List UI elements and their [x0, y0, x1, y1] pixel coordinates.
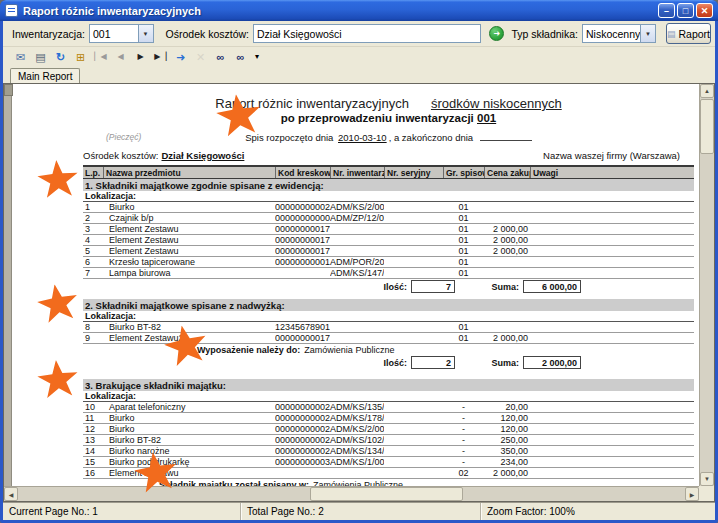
cell-lp: 14: [83, 446, 103, 456]
application-window: Raport różnic inwentaryzacyjnych – □ ✕ I…: [0, 0, 718, 523]
table-row: 2Czajnik b/p0000000000062ADM/ZP/12/0001: [83, 213, 694, 224]
raport-button-label: Raport: [678, 28, 710, 40]
cell-name: Biurko: [103, 413, 275, 423]
blank-date-line: [480, 132, 532, 141]
suma-label: Suma:: [485, 358, 523, 368]
table-row: 10Aparat telefoniczny0000000000291ADM/KS…: [83, 402, 694, 413]
close-button[interactable]: ✕: [696, 3, 713, 18]
group-tree-icon[interactable]: ⊞: [73, 49, 88, 65]
cell-name: Aparat telefoniczny: [103, 402, 275, 412]
cell-price: 250,00: [484, 435, 530, 445]
goto-page-icon[interactable]: ➜: [173, 49, 188, 65]
tab-main-report[interactable]: Main Report: [10, 68, 80, 83]
cell-lp: 3: [83, 224, 103, 234]
cell-lp: 13: [83, 435, 103, 445]
osrodek-field[interactable]: Dział Księgowości: [253, 24, 481, 43]
find-icon[interactable]: ∞: [213, 49, 228, 65]
vertical-scrollbar-thumb[interactable]: [700, 99, 714, 154]
ilosc-label: Ilość:: [367, 282, 411, 292]
cell-inventory-no: ADM/ZP/12/00: [330, 213, 384, 223]
table-header-row: L.p. Nazwa przedmiotu Kod kreskowy Nr. i…: [83, 165, 694, 179]
horizontal-scrollbar-thumb[interactable]: [310, 487, 463, 501]
section-summary: Ilość: 7 Suma: 6 000,00: [83, 280, 694, 293]
report-title-main: Raport różnic inwentaryzacyjnych: [215, 96, 409, 111]
date-value: 2010-03-10: [338, 132, 387, 143]
last-page-icon[interactable]: ▶▕: [153, 49, 168, 65]
col-lp: L.p.: [83, 167, 103, 178]
table-row: 9Element Zestawu2_0000000001755012 000,0…: [83, 333, 694, 344]
cell-lp: 6: [83, 257, 103, 267]
cell-lp: 9: [83, 333, 103, 343]
title-bar[interactable]: Raport różnic inwentaryzacyjnych – □ ✕: [0, 0, 718, 21]
col-nr-seryjny: Nr. seryjny: [384, 167, 443, 178]
cell-name: Element Zestawu: [103, 468, 275, 478]
cell-price: 120,00: [484, 413, 530, 423]
cell-barcode: 0000000000277: [275, 413, 330, 423]
refresh-icon[interactable]: ↻: [53, 49, 68, 65]
vertical-scrollbar[interactable]: ▲ ▼: [699, 84, 714, 486]
inwentaryzacja-combobox[interactable]: 001 ▼: [89, 24, 154, 43]
group-tree-splitter[interactable]: [4, 84, 12, 486]
report-toolbar: ✉ ▤ ↻ ⊞ ▏◀ ◀ ▶ ▶▕ ➜ ✕ ∞ ∞ ▾: [3, 47, 715, 67]
cell-name: Krzesło tapicerowane: [103, 257, 275, 267]
section-summary: Ilość: 2 Suma: 2 000,00: [83, 356, 694, 369]
zoom-icon[interactable]: ∞: [233, 49, 248, 65]
ilosc-value-box: 7: [411, 280, 455, 293]
note-value: Zamówienia Publiczne: [304, 345, 394, 355]
cell-inventory-no: ADM/KS/178/99: [330, 413, 384, 423]
first-page-icon[interactable]: ▏◀: [93, 49, 108, 65]
ilosc-label: Ilość:: [367, 358, 411, 368]
cell-lp: 8: [83, 322, 103, 332]
maximize-button[interactable]: □: [677, 3, 694, 18]
cell-inventory-no: ADM/KS/135/97: [330, 402, 384, 412]
cell-inventory-no: ADM/KS/1/00: [330, 457, 384, 467]
cell-group: 01: [443, 333, 484, 343]
cell-lp: 1: [83, 202, 103, 212]
scroll-down-icon[interactable]: ▼: [700, 472, 714, 486]
table-row: 1Biurko0000000000253ADM/KS/2/0001: [83, 202, 694, 213]
cell-barcode: 0000000001755: [275, 333, 330, 343]
typ-skladnika-combobox[interactable]: Niskocenny ▼: [582, 24, 656, 43]
cell-barcode: 0000000000062: [275, 213, 330, 223]
report-content: Raport różnic inwentaryzacyjnychśrodków …: [83, 84, 694, 486]
location-label: Lokalizacja:: [83, 191, 694, 202]
cell-name: Biurko pod drukarkę: [103, 457, 275, 467]
cell-name: Element Zestawu: [103, 246, 275, 256]
go-arrow-icon[interactable]: ➜: [489, 26, 504, 41]
scroll-right-icon[interactable]: ▶: [685, 487, 699, 501]
table-row: 3Element Zestawu0000000001786012 000,00: [83, 224, 694, 235]
horizontal-scrollbar[interactable]: ◀ ▶: [4, 486, 699, 501]
next-page-icon[interactable]: ▶: [133, 49, 148, 65]
prev-page-icon[interactable]: ◀: [113, 49, 128, 65]
cell-group: -: [443, 402, 484, 412]
status-total-page: Total Page No.: 2: [241, 503, 481, 520]
cell-barcode: 0000000000178: [275, 257, 330, 267]
viewport-corner-square: [4, 84, 13, 96]
cell-group: 01: [443, 202, 484, 212]
print-icon[interactable]: ▤: [33, 49, 48, 65]
cell-barcode: 0000000000253: [275, 202, 330, 212]
status-bar: Current Page No.: 1 Total Page No.: 2 Zo…: [3, 502, 715, 520]
chevron-down-icon[interactable]: ▼: [138, 25, 153, 42]
raport-button[interactable]: ▤ Raport: [666, 23, 711, 44]
col-kod-kreskowy: Kod kreskowy: [275, 167, 330, 178]
minimize-button[interactable]: –: [658, 3, 675, 18]
chevron-down-icon[interactable]: ▼: [640, 25, 655, 42]
scroll-left-icon[interactable]: ◀: [4, 487, 18, 501]
cell-barcode: 0000000000253: [275, 424, 330, 434]
cell-lp: 7: [83, 268, 103, 278]
zoom-dropdown-icon[interactable]: ▾: [253, 49, 261, 65]
cell-group: 01: [443, 235, 484, 245]
table-row: 16Element Zestawu022 000,00: [83, 468, 694, 479]
scroll-up-icon[interactable]: ▲: [700, 84, 714, 98]
cell-price: 2 000,00: [484, 235, 530, 245]
col-uwagi: Uwagi: [530, 167, 694, 178]
cell-barcode: 0000000001762: [275, 246, 330, 256]
report-page: Raport różnic inwentaryzacyjnychśrodków …: [13, 84, 699, 486]
export-icon[interactable]: ✉: [13, 49, 28, 65]
cell-group: 01: [443, 268, 484, 278]
cell-group: 01: [443, 213, 484, 223]
cell-price: 2 000,00: [484, 224, 530, 234]
cell-price: 2 000,00: [484, 246, 530, 256]
cell-group: 01: [443, 224, 484, 234]
